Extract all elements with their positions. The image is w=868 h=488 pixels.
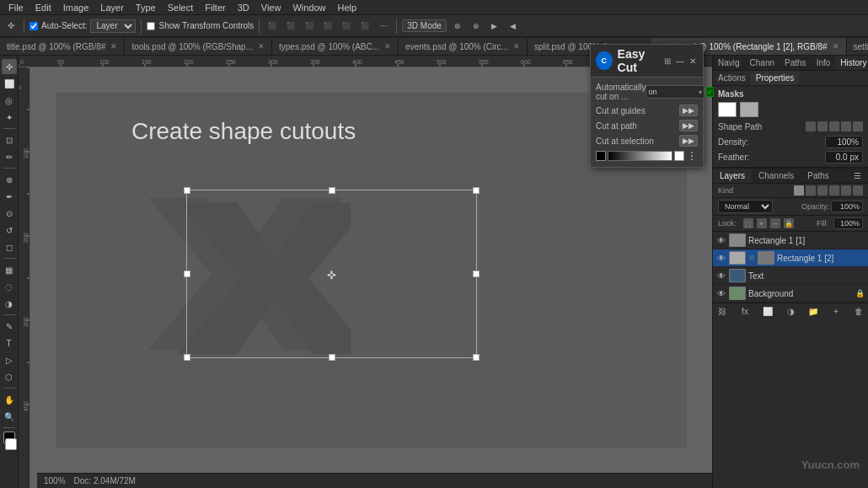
handle-top-left[interactable] <box>184 187 190 194</box>
rpn-tab-actions[interactable]: Actions <box>713 71 751 85</box>
cut-at-selection-btn[interactable]: ▶▶ <box>679 135 698 147</box>
tab-types-psd-close[interactable]: ✕ <box>384 42 391 51</box>
handle-bottom-middle[interactable] <box>329 354 335 361</box>
blur-tool[interactable]: ◌ <box>2 279 17 294</box>
text-tool[interactable]: T <box>2 335 17 351</box>
view-3d-button[interactable]: 3D Mode <box>402 19 447 32</box>
menu-file[interactable]: File <box>3 2 29 13</box>
layers-tab-channels[interactable]: Channels <box>752 169 801 183</box>
align-left-icon[interactable]: ⬛ <box>265 19 280 34</box>
handle-top-middle[interactable] <box>329 187 335 194</box>
layer-delete-icon[interactable]: 🗑 <box>853 305 865 317</box>
lock-icon-3[interactable]: ↔ <box>770 218 780 228</box>
tab-types-psd[interactable]: types.psd @ 100% (ABC... ✕ <box>272 38 399 55</box>
show-transform-checkbox[interactable] <box>147 22 155 30</box>
easy-cut-minimize-btn[interactable]: — <box>675 56 685 66</box>
menu-type[interactable]: Type <box>131 2 161 13</box>
layer-item-rect1-1[interactable]: 👁 Rectangle 1 [1] <box>713 232 868 249</box>
density-value[interactable]: 100% <box>825 136 863 148</box>
gradient-tool[interactable]: ▦ <box>2 262 17 277</box>
kind-icon-shape[interactable] <box>841 185 851 196</box>
layer-mask-icon[interactable]: ⬜ <box>762 305 774 317</box>
layer-item-text[interactable]: 👁 Text <box>713 267 868 285</box>
clone-tool[interactable]: ⊙ <box>2 206 17 221</box>
brush-tool[interactable]: ✒ <box>2 189 17 204</box>
more-options-btn[interactable] <box>686 150 698 162</box>
sp-icon-5[interactable] <box>853 121 863 131</box>
handle-bottom-left[interactable] <box>184 354 190 361</box>
spot-heal-tool[interactable]: ⊗ <box>2 172 17 187</box>
kind-icon-all[interactable] <box>794 185 804 196</box>
layer-new-icon[interactable]: + <box>830 305 842 317</box>
lock-icon-4[interactable]: 🔒 <box>784 218 794 228</box>
sp-icon-2[interactable] <box>817 121 828 131</box>
move-tool-icon[interactable]: ✜ <box>3 19 19 34</box>
easy-cut-expand-btn[interactable]: ⊞ <box>662 56 672 66</box>
eye-icon-rect1-2[interactable]: 👁 <box>716 253 726 263</box>
rpn-tab-paths[interactable]: Paths <box>780 56 812 70</box>
history-brush-tool[interactable]: ↺ <box>2 223 17 238</box>
layer-link-icon[interactable]: ⛓ <box>716 305 728 317</box>
tab-settings-psd[interactable]: settings.psd @ 100% (La... ✕ <box>847 38 868 55</box>
shape-tool[interactable]: ⬡ <box>2 369 17 384</box>
eye-icon-rect1-1[interactable]: 👁 <box>716 235 726 245</box>
tab-tools-psd[interactable]: tools.psd @ 100% (RGB/Shap... ✕ <box>125 38 272 55</box>
menu-help[interactable]: Help <box>333 2 362 13</box>
layer-adjust-icon[interactable]: ◑ <box>785 305 796 317</box>
lasso-tool[interactable]: ◎ <box>2 93 17 108</box>
menu-layer[interactable]: Layer <box>95 2 129 13</box>
align-right-icon[interactable]: ⬛ <box>302 19 317 34</box>
rpn-tab-info[interactable]: Info <box>812 56 836 70</box>
handle-middle-right[interactable] <box>473 271 480 277</box>
auto-select-checkbox[interactable] <box>29 22 38 30</box>
options-extra-1[interactable]: ⊕ <box>450 19 465 34</box>
lock-icon-1[interactable]: ⬚ <box>743 218 753 228</box>
kind-icon-smart[interactable] <box>853 185 863 196</box>
align-bottom-icon[interactable]: ⬛ <box>357 19 372 34</box>
dodge-tool[interactable]: ◑ <box>2 296 17 311</box>
layers-tab-menu[interactable]: ☰ <box>847 169 868 183</box>
handle-middle-left[interactable] <box>184 271 190 277</box>
eye-icon-background[interactable]: 👁 <box>716 288 726 298</box>
lock-icon-2[interactable]: + <box>757 218 767 228</box>
handle-top-right[interactable] <box>473 187 480 194</box>
cut-at-guides-btn[interactable]: ▶▶ <box>679 105 698 116</box>
fill-value[interactable]: 100% <box>833 217 863 229</box>
menu-3d[interactable]: 3D <box>233 2 255 13</box>
more-icon[interactable]: ··· <box>376 19 391 34</box>
tab-tools-psd-close[interactable]: ✕ <box>258 42 265 51</box>
eye-icon-text[interactable]: 👁 <box>716 271 726 281</box>
zoom-tool[interactable]: 🔍 <box>2 409 17 424</box>
easy-cut-close-btn[interactable]: ✕ <box>688 56 698 66</box>
pixel-mask-thumb[interactable] <box>718 102 737 117</box>
sp-icon-4[interactable] <box>841 121 851 131</box>
auto-cut-check[interactable]: ✓ <box>706 87 714 97</box>
layer-item-rect1-2[interactable]: 👁 ⛓ Rectangle 1 [2] <box>713 249 868 267</box>
rpn-tab-navig[interactable]: Navig <box>713 56 745 70</box>
options-extra-3[interactable]: ▶ <box>487 19 502 34</box>
eyedropper-tool[interactable]: ✏ <box>2 149 17 164</box>
vector-mask-thumb[interactable] <box>740 102 758 117</box>
sp-icon-1[interactable] <box>806 121 816 131</box>
cut-at-path-btn[interactable]: ▶▶ <box>679 120 698 131</box>
gradient-bar[interactable] <box>608 151 672 161</box>
menu-window[interactable]: Window <box>287 2 330 13</box>
kind-icon-adjust[interactable] <box>817 185 828 196</box>
eraser-tool[interactable]: ◻ <box>2 239 17 255</box>
align-center-icon[interactable]: ⬛ <box>283 19 298 34</box>
rpn-tab-history[interactable]: History <box>835 56 868 70</box>
blend-mode-select[interactable]: Normal Multiply Screen <box>718 200 773 213</box>
kind-icon-pixel[interactable] <box>806 185 816 196</box>
layers-tab-paths[interactable]: Paths <box>801 169 836 183</box>
menu-image[interactable]: Image <box>58 2 94 13</box>
tab-title-psd-close[interactable]: ✕ <box>110 42 117 51</box>
layer-fx-icon[interactable]: fx <box>739 305 751 317</box>
path-select-tool[interactable]: ▷ <box>2 352 17 367</box>
align-middle-icon[interactable]: ⬛ <box>339 19 354 34</box>
menu-view[interactable]: View <box>256 2 287 13</box>
rpn-tab-chann[interactable]: Chann <box>745 56 780 70</box>
sp-icon-3[interactable] <box>829 121 839 131</box>
move-tool[interactable]: ✜ <box>2 59 17 74</box>
opacity-value[interactable]: 100% <box>831 201 863 212</box>
rpn-tab-properties[interactable]: Properties <box>751 71 800 85</box>
